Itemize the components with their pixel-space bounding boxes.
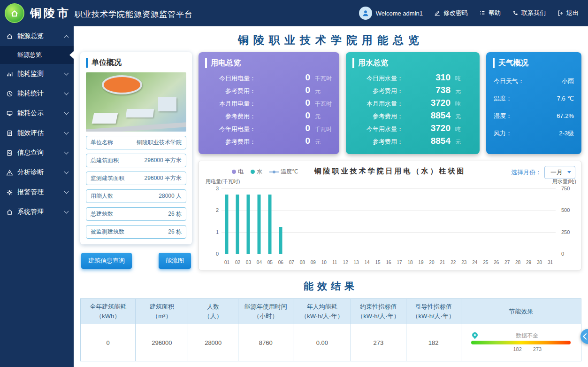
- home-settings-icon: [6, 209, 13, 216]
- weather-line: 风力： 2-3级: [493, 125, 575, 142]
- stat-line: 今年用水量： 3720 吨: [352, 123, 473, 136]
- app-logo-icon: [5, 3, 24, 23]
- x-axis-tick: 27: [502, 260, 512, 265]
- stat-line: 本月用水量： 3720 吨: [352, 98, 473, 110]
- chart-day-slot: [308, 188, 319, 254]
- stat-line: 参考费用： 8854 元: [352, 136, 473, 148]
- weather-line: 今日天气： 小雨: [493, 72, 575, 90]
- sidebar-item-energy-overview[interactable]: 能源总览: [0, 26, 74, 46]
- chart-bars-layer: [221, 188, 556, 254]
- x-axis-tick: 03: [243, 260, 254, 265]
- y-tick: 250: [561, 229, 577, 235]
- change-password-button[interactable]: 修改密码: [434, 9, 468, 17]
- chart-bar-水-06: [279, 227, 283, 254]
- x-axis-tick: 19: [415, 260, 426, 265]
- col-per-capita: 年人均能耗（kW·h/人·年）: [293, 299, 351, 324]
- monitored-buildings-field: 被监测建筑数 26 栋: [86, 225, 186, 239]
- chart-day-slot: [534, 188, 545, 254]
- y-tick: 2: [203, 207, 219, 213]
- efficiency-table: 全年建筑能耗（kWh） 建筑面积（m²） 人数（人） 能源年使用时间（小时） 年…: [80, 298, 581, 361]
- home-icon: [6, 33, 13, 40]
- chevron-down-icon: [64, 110, 69, 115]
- building-shape: [158, 97, 176, 111]
- logout-icon: [557, 10, 564, 16]
- electricity-overview-title: 用电总览: [205, 58, 333, 68]
- chart-day-slot: [426, 188, 437, 254]
- document-icon: [6, 130, 13, 137]
- sidebar-item-energy-monitoring[interactable]: 能耗监测: [0, 64, 74, 84]
- x-axis-tick: 10: [319, 260, 329, 265]
- x-axis-tick: 05: [265, 260, 275, 265]
- chevron-up-icon: [64, 35, 69, 39]
- cell-guide-index: 182: [406, 324, 461, 361]
- help-button[interactable]: 帮助: [479, 9, 501, 17]
- chart-day-slot: [394, 188, 405, 254]
- x-axis-tick: 31: [545, 260, 556, 265]
- sidebar-item-info-query[interactable]: 信息查询: [0, 143, 74, 163]
- sidebar-item-system-management[interactable]: 系统管理: [0, 202, 74, 222]
- chart-day-slot: [458, 188, 469, 254]
- active-notch-icon: [69, 51, 74, 59]
- chart-day-slot: [221, 188, 232, 254]
- table-data-row: 0 296000 28000 8760 0.00 273 182 数据不全 18…: [81, 324, 581, 361]
- building-shape: [125, 109, 153, 117]
- logout-button[interactable]: 退出: [557, 9, 579, 17]
- y-tick: 3: [203, 186, 219, 191]
- building-shape: [92, 113, 118, 124]
- chart-day-slot: [329, 188, 340, 254]
- contact-us-button[interactable]: 联系我们: [512, 9, 546, 17]
- sidebar-subitem-energy-overview[interactable]: 能源总览: [0, 46, 74, 64]
- cell-constraint-index: 273: [351, 324, 406, 361]
- chevron-down-icon: [64, 130, 69, 135]
- x-axis-tick: 28: [512, 260, 523, 265]
- sidebar-item-energy-publicity[interactable]: 能耗公示: [0, 103, 74, 123]
- gear-icon: [6, 189, 13, 196]
- stat-line: 今日用水量： 310 吨: [352, 72, 473, 85]
- building-info-query-button[interactable]: 建筑信息查询: [81, 253, 132, 269]
- x-axis-tick: 18: [405, 260, 415, 265]
- energy-flow-diagram-button[interactable]: 能流图: [159, 253, 191, 269]
- col-annual-hours: 能源年使用时间（小时）: [238, 299, 293, 324]
- chart-day-slot: [415, 188, 426, 254]
- chart-day-slot: [232, 188, 243, 254]
- page-title: 铜陵职业技术学院用能总览: [74, 33, 588, 47]
- x-axis-tick: 07: [286, 260, 297, 265]
- x-axis-tick: 22: [448, 260, 458, 265]
- y-tick: 0: [203, 251, 219, 257]
- col-saving-effect: 节能效果: [461, 299, 581, 324]
- temperature-line-icon: [269, 170, 279, 174]
- sidebar-item-alarm-management[interactable]: 报警管理: [0, 182, 74, 202]
- marker-pin-icon: [472, 332, 478, 338]
- x-axis-tick: 29: [523, 260, 534, 265]
- x-axis-tick: 08: [297, 260, 308, 265]
- sidebar-item-efficiency-evaluation[interactable]: 能效评估: [0, 123, 74, 143]
- cell-saving-effect: 数据不全 182 273: [461, 324, 581, 361]
- stat-line: 参考费用： 0 元: [205, 136, 333, 148]
- sidebar-item-analysis-diagnosis[interactable]: 分析诊断: [0, 163, 74, 182]
- legend-water: 水: [251, 168, 262, 176]
- chevron-down-icon: [64, 150, 69, 155]
- weather-line: 湿度： 67.2%: [493, 107, 575, 125]
- clock-icon: [6, 90, 13, 97]
- chart-bar-水-04: [258, 195, 261, 254]
- effect-constraint-value: 273: [533, 346, 542, 352]
- x-axis-tick: 24: [469, 260, 480, 265]
- col-constraint-index: 约束性指标值（kW·h/人·年）: [351, 299, 406, 324]
- cell-people: 28000: [188, 324, 238, 361]
- water-overview-panel: 用水总览 今日用水量： 310 吨 参考费用： 738 元 本月用水量： 372…: [346, 52, 480, 154]
- user-avatar: [359, 7, 372, 20]
- x-axis-tick: 26: [491, 260, 502, 265]
- bar-chart-icon: [6, 70, 13, 78]
- electric-dot-icon: [232, 170, 236, 174]
- x-axis-baseline: [221, 254, 556, 254]
- chevron-down-icon: [64, 71, 69, 76]
- effect-gradient-bar: [471, 341, 571, 344]
- sidebar-item-energy-statistics[interactable]: 能耗统计: [0, 84, 74, 103]
- cell-annual-energy: 0: [81, 324, 136, 361]
- stadium-shape: [102, 75, 142, 94]
- chevron-down-icon: [64, 170, 69, 174]
- chevron-down-icon: [64, 209, 69, 214]
- user-menu[interactable]: Welcome admin1: [359, 7, 423, 20]
- month-select[interactable]: 一月: [544, 166, 575, 179]
- x-axis-tick: 14: [362, 260, 373, 265]
